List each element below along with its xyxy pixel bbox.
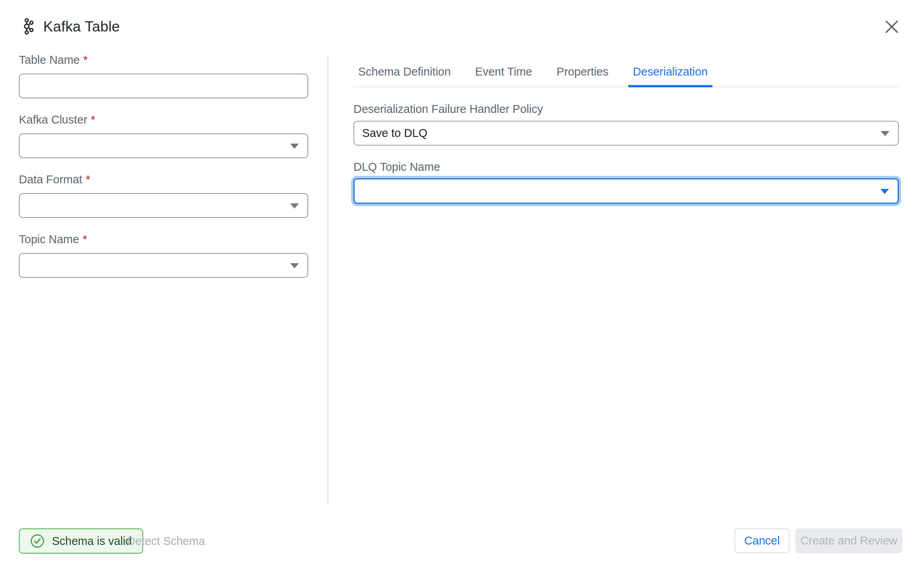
field-kafka-cluster: Kafka Cluster* [19, 113, 308, 158]
kafka-cluster-label-text: Kafka Cluster [19, 113, 87, 126]
deserialization-tab-content: Deserialization Failure Handler Policy S… [353, 102, 899, 204]
kafka-table-form: Table Name* Kafka Cluster* Data Format* … [19, 53, 308, 292]
required-asterisk: * [83, 54, 88, 66]
required-asterisk: * [86, 173, 90, 186]
chevron-down-icon [290, 203, 299, 209]
kafka-icon [24, 18, 34, 35]
field-data-format: Data Format* [19, 172, 308, 218]
tab-schema-definition[interactable]: Schema Definition [353, 60, 455, 87]
detect-schema-button[interactable]: Detect Schema [127, 528, 205, 554]
table-name-input[interactable] [19, 74, 308, 98]
dlq-topic-label: DLQ Topic Name [353, 160, 899, 174]
topic-name-label: Topic Name* [19, 232, 308, 246]
field-table-name: Table Name* [19, 53, 308, 98]
kafka-cluster-label: Kafka Cluster* [19, 113, 308, 127]
tab-event-time[interactable]: Event Time [470, 60, 537, 87]
dlq-topic-select[interactable] [353, 178, 899, 204]
failure-policy-value: Save to DLQ [362, 122, 427, 145]
close-button[interactable] [881, 16, 903, 38]
chevron-down-icon [881, 131, 889, 136]
policy-label: Deserialization Failure Handler Policy [353, 102, 899, 116]
panel-divider [328, 55, 328, 505]
dialog-header: Kafka Table [0, 0, 924, 41]
chevron-down-icon [290, 263, 299, 268]
tab-bar: Schema Definition Event Time Properties … [353, 60, 899, 87]
failure-policy-select[interactable]: Save to DLQ [353, 121, 899, 146]
data-format-label-text: Data Format [19, 173, 82, 186]
field-topic-name: Topic Name* [19, 232, 308, 278]
chevron-down-icon [290, 144, 299, 149]
tab-properties[interactable]: Properties [552, 60, 613, 87]
dialog-footer: Schema is valid Detect Schema Cancel Cre… [0, 528, 924, 554]
chevron-down-icon [880, 189, 889, 194]
dialog-title: Kafka Table [43, 18, 120, 35]
topic-name-select[interactable] [19, 253, 308, 278]
table-name-label-text: Table Name [19, 54, 80, 66]
cancel-button[interactable]: Cancel [734, 528, 790, 553]
required-asterisk: * [83, 233, 87, 246]
topic-name-label-text: Topic Name [19, 233, 79, 246]
table-name-label: Table Name* [19, 53, 308, 67]
close-icon [885, 20, 899, 34]
required-asterisk: * [91, 113, 95, 126]
check-circle-icon [30, 534, 44, 548]
schema-valid-badge: Schema is valid [19, 528, 143, 554]
tab-deserialization[interactable]: Deserialization [628, 60, 712, 87]
right-panel: Schema Definition Event Time Properties … [353, 60, 899, 204]
schema-valid-text: Schema is valid [52, 535, 132, 548]
create-and-review-button[interactable]: Create and Review [795, 528, 902, 553]
data-format-select[interactable] [19, 193, 308, 218]
kafka-cluster-select[interactable] [19, 133, 308, 158]
data-format-label: Data Format* [19, 172, 308, 186]
